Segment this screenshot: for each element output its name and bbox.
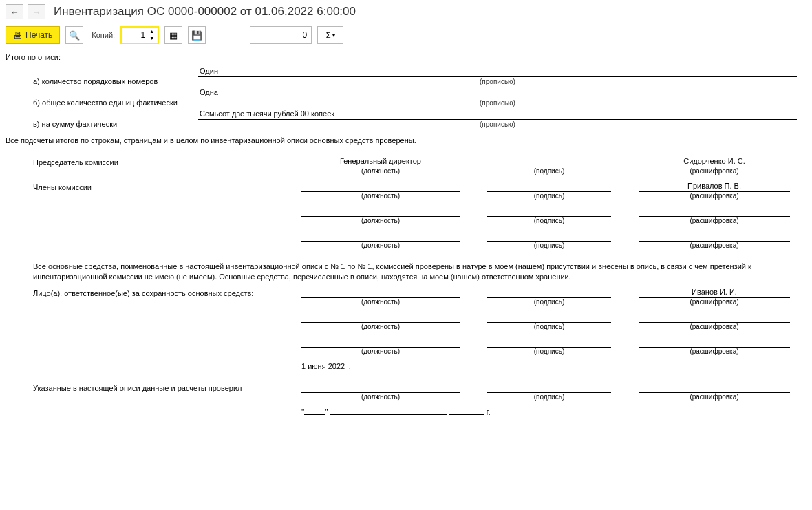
section-divider bbox=[6, 50, 806, 50]
chair-position-caption: (должность) bbox=[301, 167, 460, 175]
resp2-decoding bbox=[639, 312, 790, 323]
print-button[interactable]: 🖶 Печать bbox=[6, 26, 60, 44]
toolbar: 🖶 Печать 🔍 Копий: ▲ ▼ ▦ 💾 0 Σ ▾ bbox=[0, 23, 812, 50]
member2-position bbox=[301, 206, 460, 217]
resp2-position bbox=[301, 312, 460, 323]
resp3-position bbox=[301, 337, 460, 348]
resp1-signature bbox=[487, 288, 611, 298]
date-day-blank bbox=[304, 414, 325, 415]
date-year-blank bbox=[449, 414, 484, 415]
back-button[interactable]: ← bbox=[6, 4, 23, 19]
checked-statement: Все подсчеты итогов по строкам, страница… bbox=[6, 136, 806, 145]
sign-row-chair: Председатель комиссии Генеральный директ… bbox=[6, 157, 806, 175]
totals-row-b: б) общее количество единиц фактически Од… bbox=[6, 88, 806, 107]
copies-down[interactable]: ▼ bbox=[147, 35, 156, 42]
verified-decoding bbox=[639, 383, 790, 393]
member2-decoding bbox=[639, 206, 790, 217]
resp1-decoding: Иванов И. И. bbox=[639, 288, 790, 298]
sigma-dropdown[interactable]: Σ ▾ bbox=[317, 26, 343, 44]
diskette-icon: 💾 bbox=[191, 30, 202, 41]
totals-row-a: а) количество порядковых номеров Один (п… bbox=[6, 67, 806, 85]
sign-row-responsible-1: Лицо(а), ответственное(ые) за сохранност… bbox=[6, 288, 806, 306]
totals-row-c: в) на сумму фактически Семьсот две тысяч… bbox=[6, 109, 806, 128]
copies-input[interactable] bbox=[122, 30, 147, 41]
date-text: 1 июня 2022 г. bbox=[6, 362, 806, 370]
totals-a-label: а) количество порядковых номеров bbox=[6, 77, 198, 85]
chair-position: Генеральный директор bbox=[301, 157, 460, 167]
member3-position bbox=[301, 231, 460, 242]
resp2-signature bbox=[487, 312, 611, 323]
tool-button-1[interactable]: ▦ bbox=[164, 26, 182, 44]
sign-row-verified: Указанные в настоящей описи данные и рас… bbox=[6, 383, 806, 401]
verified-position bbox=[301, 383, 460, 393]
date-blank-line: "" г. bbox=[6, 407, 806, 417]
members-label: Члены комиссии bbox=[6, 182, 301, 191]
date-month-blank bbox=[330, 414, 447, 415]
copies-label: Копий: bbox=[92, 31, 115, 39]
member3-signature bbox=[487, 231, 611, 242]
forward-button[interactable]: → bbox=[28, 4, 45, 19]
sign-row-responsible-3: (должность) (подпись) (расшифровка) bbox=[6, 337, 806, 355]
assets-statement: Все основные средства, поименованные в н… bbox=[6, 256, 806, 288]
chair-label: Председатель комиссии bbox=[6, 157, 301, 167]
sign-row-responsible-2: (должность) (подпись) (расшифровка) bbox=[6, 312, 806, 330]
chair-signature bbox=[487, 157, 611, 167]
resp1-position bbox=[301, 288, 460, 298]
sign-row-member-3: (должность) (подпись) (расшифровка) bbox=[6, 231, 806, 249]
member1-position bbox=[301, 182, 460, 192]
totals-header: Итого по описи: bbox=[6, 53, 806, 61]
totals-c-caption: (прописью) bbox=[198, 120, 797, 128]
table-icon: ▦ bbox=[169, 30, 178, 41]
totals-b-value: Одна bbox=[198, 88, 797, 98]
window-title: Инвентаризация ОС 0000-000002 от 01.06.2… bbox=[54, 5, 356, 19]
member1-decoding: Привалов П. В. bbox=[639, 182, 790, 192]
save-button[interactable]: 💾 bbox=[188, 26, 206, 44]
printer-icon: 🖶 bbox=[13, 30, 22, 41]
totals-a-caption: (прописью) bbox=[198, 78, 797, 85]
member3-decoding bbox=[639, 231, 790, 242]
sign-row-member-2: (должность) (подпись) (расшифровка) bbox=[6, 206, 806, 224]
print-button-label: Печать bbox=[25, 30, 52, 40]
copies-up[interactable]: ▲ bbox=[147, 28, 156, 35]
resp3-signature bbox=[487, 337, 611, 348]
totals-a-value: Один bbox=[198, 67, 797, 77]
sign-row-member-1: Члены комиссии (должность) (подпись) При… bbox=[6, 182, 806, 200]
date-year-suffix: г. bbox=[487, 407, 491, 417]
member1-signature bbox=[487, 182, 611, 192]
preview-button[interactable]: 🔍 bbox=[65, 26, 83, 44]
totals-b-label: б) общее количество единиц фактически bbox=[6, 98, 198, 107]
magnifier-icon: 🔍 bbox=[69, 30, 80, 41]
header-bar: ← → Инвентаризация ОС 0000-000002 от 01.… bbox=[0, 0, 812, 23]
verified-label: Указанные в настоящей описи данные и рас… bbox=[6, 383, 301, 392]
member2-signature bbox=[487, 206, 611, 217]
chair-decoding: Сидорченко И. С. bbox=[639, 157, 790, 167]
dropdown-caret-icon: ▾ bbox=[332, 32, 335, 39]
totals-c-value: Семьсот две тысячи рублей 00 копеек bbox=[198, 109, 797, 120]
responsible-label: Лицо(а), ответственное(ые) за сохранност… bbox=[6, 288, 301, 297]
chair-signature-caption: (подпись) bbox=[487, 167, 611, 175]
copies-spinner-buttons: ▲ ▼ bbox=[147, 28, 156, 42]
document-body: Итого по описи: а) количество порядковых… bbox=[0, 53, 812, 431]
totals-c-label: в) на сумму фактически bbox=[6, 120, 198, 128]
sum-field[interactable]: 0 bbox=[250, 26, 312, 44]
resp3-decoding bbox=[639, 337, 790, 348]
chair-decoding-caption: (расшифровка) bbox=[639, 167, 790, 175]
verified-signature bbox=[487, 383, 611, 393]
copies-spinner[interactable]: ▲ ▼ bbox=[120, 26, 159, 44]
sigma-icon: Σ bbox=[326, 31, 331, 39]
totals-b-caption: (прописью) bbox=[198, 99, 797, 107]
